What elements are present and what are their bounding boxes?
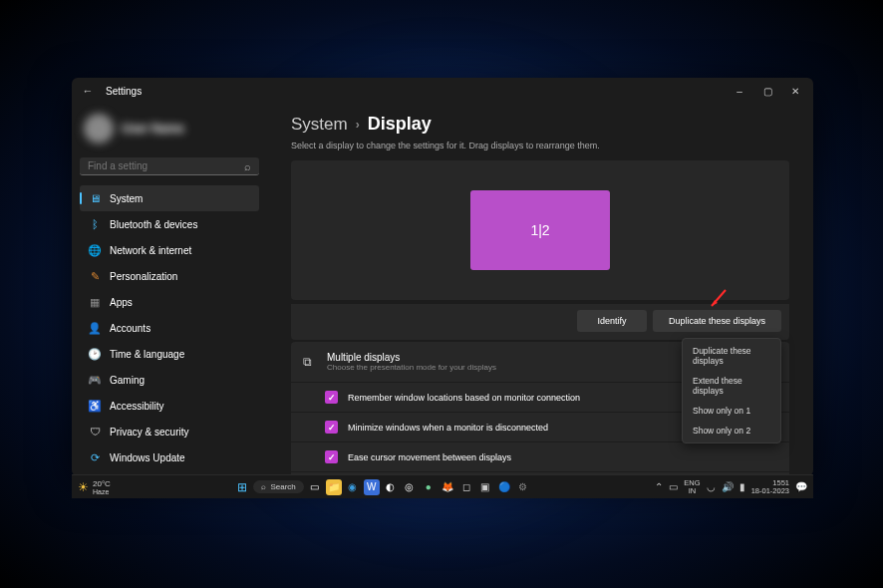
accessibility-icon: ♿ — [88, 399, 102, 413]
battery-icon[interactable]: ▮ — [739, 481, 745, 492]
identify-button[interactable]: Identify — [577, 310, 647, 332]
close-button[interactable]: ✕ — [781, 78, 809, 104]
sidebar-item-label: Windows Update — [110, 452, 185, 463]
window-title: Settings — [106, 86, 142, 97]
search-input-container[interactable]: ⌕ — [80, 157, 259, 175]
accounts-icon: 👤 — [88, 321, 102, 335]
sidebar-item-windows-update[interactable]: ⟳Windows Update — [80, 444, 259, 470]
sidebar-item-label: Accessibility — [110, 401, 163, 412]
page-subtitle: Select a display to change the settings … — [291, 141, 789, 150]
row-label: Ease cursor movement between displays — [348, 452, 511, 462]
content-area: System › Display Select a display to cha… — [267, 104, 813, 476]
display-mode-menu: Duplicate these displaysExtend these dis… — [682, 338, 781, 443]
user-name: User Name — [122, 122, 184, 136]
wifi-icon[interactable]: ◡ — [707, 481, 716, 492]
word-icon[interactable]: W — [364, 479, 380, 495]
row-label: Minimize windows when a monitor is disco… — [348, 423, 548, 433]
sidebar-item-personalization[interactable]: ✎Personalization — [80, 263, 259, 289]
sidebar-item-time-language[interactable]: 🕑Time & language — [80, 341, 259, 367]
gaming-icon: 🎮 — [88, 373, 102, 387]
avatar — [84, 114, 114, 144]
cast-icon[interactable]: ▭ — [669, 481, 678, 492]
firefox-icon[interactable]: 🦊 — [440, 479, 455, 495]
taskbar-weather[interactable]: ☀ 20°C Haze — [78, 479, 111, 495]
network-icon: 🌐 — [88, 243, 102, 257]
sidebar-item-bluetooth-devices[interactable]: ᛒBluetooth & devices — [80, 211, 259, 237]
start-button[interactable]: ⊞ — [234, 479, 250, 495]
settings-icon[interactable]: ⚙ — [515, 479, 531, 495]
mode-option-3[interactable]: Show only on 2 — [685, 421, 778, 441]
display-mode-dropdown[interactable]: Duplicate these displays — [653, 310, 781, 332]
back-button[interactable]: ← — [76, 85, 100, 97]
chevron-up-tray-icon[interactable]: ⌃ — [655, 481, 663, 492]
task-view-icon[interactable]: ▭ — [307, 479, 323, 495]
privacy-icon: 🛡 — [88, 425, 102, 439]
language-indicator[interactable]: ENGIN — [684, 479, 700, 494]
page-title: Display — [368, 114, 432, 135]
checkbox[interactable] — [325, 391, 338, 404]
taskbar-search[interactable]: ⌕ Search — [253, 480, 303, 493]
sidebar-item-label: Time & language — [110, 349, 184, 360]
sidebar-item-label: Personalization — [110, 271, 177, 282]
sidebar-item-apps[interactable]: ▦Apps — [80, 289, 259, 315]
sidebar-item-accounts[interactable]: 👤Accounts — [80, 315, 259, 341]
chevron-right-icon: › — [356, 118, 360, 132]
sidebar-item-label: Network & internet — [110, 245, 191, 256]
weather-cond: Haze — [93, 488, 111, 495]
display-buttons-row: Identify Duplicate these displays Duplic… — [291, 304, 789, 340]
display-arrangement-area[interactable]: 1|2 — [291, 160, 789, 300]
weather-icon: ☀ — [78, 480, 89, 494]
file-explorer-icon[interactable]: 📁 — [326, 479, 342, 495]
apps-icon: ▦ — [88, 295, 102, 309]
time-language-icon: 🕑 — [88, 347, 102, 361]
sidebar-item-label: System — [110, 193, 143, 204]
mode-option-0[interactable]: Duplicate these displays — [685, 341, 778, 371]
sidebar-item-label: Privacy & security — [110, 427, 188, 438]
system-icon: 🖥 — [88, 191, 102, 205]
checkbox[interactable] — [325, 421, 338, 434]
sidebar-item-label: Bluetooth & devices — [110, 219, 197, 230]
maximize-button[interactable]: ▢ — [753, 78, 781, 104]
mode-option-1[interactable]: Extend these displays — [685, 371, 778, 401]
search-icon: ⌕ — [261, 482, 266, 491]
edge-icon[interactable]: ◉ — [345, 479, 361, 495]
app-icon-3[interactable]: ● — [421, 479, 437, 495]
taskbar-search-label: Search — [270, 482, 295, 491]
user-account-block[interactable]: User Name — [80, 110, 259, 147]
sidebar: User Name ⌕ 🖥SystemᛒBluetooth & devices🌐… — [72, 104, 267, 476]
weather-temp: 20°C — [93, 479, 111, 488]
checkbox[interactable] — [325, 450, 338, 463]
breadcrumb-parent[interactable]: System — [291, 115, 348, 135]
mode-option-2[interactable]: Show only on 1 — [685, 401, 778, 421]
sidebar-item-accessibility[interactable]: ♿Accessibility — [80, 393, 259, 419]
taskbar: ☀ 20°C Haze ⊞ ⌕ Search ▭ 📁 ◉ W ◐ ◎ ● 🦊 ◻… — [72, 474, 813, 498]
sidebar-item-network[interactable]: 🌐Network & internet — [80, 237, 259, 263]
app-icon-4[interactable]: ◻ — [458, 479, 474, 495]
volume-icon[interactable]: 🔊 — [722, 481, 734, 492]
monitor-tile[interactable]: 1|2 — [470, 190, 610, 270]
bluetooth-devices-icon: ᛒ — [88, 217, 102, 231]
displays-icon: ⧉ — [303, 355, 317, 369]
chrome-icon[interactable]: 🔵 — [496, 479, 512, 495]
sidebar-item-system[interactable]: 🖥System — [80, 185, 259, 211]
minimize-button[interactable]: – — [726, 78, 753, 104]
search-input[interactable] — [88, 160, 244, 171]
titlebar: ← Settings – ▢ ✕ — [72, 78, 813, 104]
taskbar-right: ⌃ ▭ ENGIN ◡ 🔊 ▮ 155118-01-2023 💬 — [655, 479, 807, 494]
sidebar-item-privacy[interactable]: 🛡Privacy & security — [80, 419, 259, 444]
search-icon: ⌕ — [244, 160, 251, 172]
app-icon-1[interactable]: ◐ — [383, 479, 399, 495]
row-label: Remember window locations based on monit… — [348, 393, 580, 403]
app-icon-5[interactable]: ▣ — [477, 479, 493, 495]
windows-update-icon: ⟳ — [88, 450, 102, 464]
personalization-icon: ✎ — [88, 269, 102, 283]
svg-marker-1 — [712, 300, 718, 306]
sidebar-item-gaming[interactable]: 🎮Gaming — [80, 367, 259, 393]
sidebar-item-label: Gaming — [110, 375, 145, 386]
settings-window: ← Settings – ▢ ✕ User Name ⌕ 🖥SystemᛒBlu… — [72, 78, 813, 476]
notifications-icon[interactable]: 💬 — [795, 481, 807, 492]
app-icon-2[interactable]: ◎ — [402, 479, 418, 495]
breadcrumb: System › Display — [291, 114, 789, 135]
clock[interactable]: 155118-01-2023 — [751, 479, 789, 494]
sidebar-item-label: Apps — [110, 297, 133, 308]
